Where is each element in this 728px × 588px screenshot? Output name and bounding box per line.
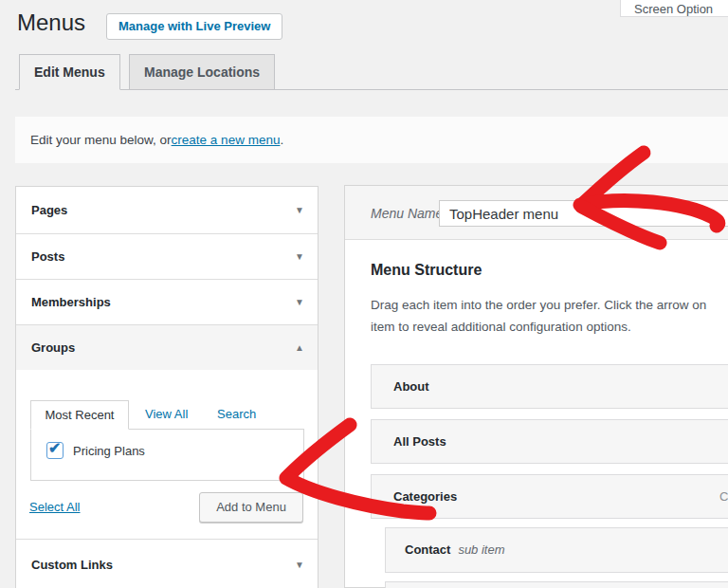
sidebar-item-memberships[interactable]: Memberships ▼ (16, 279, 318, 324)
menu-item-categories[interactable]: Categories C (371, 474, 728, 519)
section-label: Custom Links (31, 558, 113, 572)
tab-manage-locations[interactable]: Manage Locations (129, 54, 275, 90)
sub-item-hint: sub item (458, 542, 504, 557)
sidebar-item-pages[interactable]: Pages ▼ (16, 187, 318, 233)
screen-options-tab[interactable]: Screen Option (620, 0, 728, 17)
menu-name-label: Menu Name (371, 186, 443, 240)
create-new-menu-link[interactable]: create a new menu (172, 133, 281, 147)
screen-options-label: Screen Option (634, 2, 713, 16)
tab-divider (15, 89, 728, 90)
groups-panel: Most Recent View All Search ✔ Pricing Pl… (16, 370, 318, 539)
section-label: Memberships (31, 295, 111, 309)
sidebar-item-posts[interactable]: Posts ▼ (16, 233, 318, 279)
pricing-plans-checkbox[interactable]: ✔ (46, 442, 64, 459)
page-title: Menus (17, 9, 85, 36)
description-line: Drag each item into the order you prefer… (371, 294, 706, 316)
menu-item-label: All Posts (372, 434, 446, 449)
chevron-down-icon[interactable]: ▼ (295, 297, 304, 307)
add-to-menu-button[interactable]: Add to Menu (199, 492, 303, 523)
chevron-down-icon[interactable]: ▼ (295, 251, 304, 262)
checkbox-label[interactable]: Pricing Plans (73, 444, 145, 458)
chevron-down-icon[interactable]: ▼ (295, 205, 304, 215)
tab-view-all[interactable]: View All (145, 407, 188, 421)
add-menu-items-sidebar: Pages ▼ Posts ▼ Memberships ▼ Groups ▲ M… (15, 186, 318, 588)
menu-item-all-posts[interactable]: All Posts (371, 419, 728, 464)
edit-menu-notice: Edit your menu below, or create a new me… (15, 117, 728, 163)
menu-structure-description: Drag each item into the order you prefer… (371, 294, 706, 338)
tab-edit-menus[interactable]: Edit Menus (19, 54, 120, 90)
sidebar-item-custom-links[interactable]: Custom Links ▼ (16, 539, 318, 588)
manage-live-preview-button[interactable]: Manage with Live Preview (106, 13, 282, 40)
menu-editor-panel: Menu Name Menu Structure Drag each item … (344, 185, 728, 588)
menu-name-header: Menu Name (345, 186, 728, 240)
menu-item-type-label: C (719, 475, 728, 518)
chevron-up-icon[interactable]: ▲ (295, 342, 304, 353)
select-all-link[interactable]: Select All (29, 500, 80, 514)
notice-text-end: . (280, 133, 283, 147)
menu-structure-heading: Menu Structure (371, 262, 482, 279)
checkmark-icon: ✔ (48, 439, 61, 457)
menu-item-label: Contact (386, 542, 450, 557)
section-label: Groups (31, 340, 75, 355)
list-item-pricing-plans: ✔ Pricing Plans (46, 442, 145, 459)
menu-item-label: About (372, 379, 429, 394)
description-line: item to reveal additional configuration … (371, 316, 706, 338)
chevron-down-icon[interactable]: ▼ (295, 560, 304, 570)
menu-item-about[interactable]: About (371, 364, 728, 409)
tab-most-recent[interactable]: Most Recent (30, 400, 129, 430)
sidebar-item-groups[interactable]: Groups ▲ (16, 324, 318, 370)
menu-item-partial[interactable] (385, 581, 728, 588)
menu-item-label: Categories (372, 489, 457, 504)
section-label: Posts (31, 249, 64, 264)
tab-search[interactable]: Search (217, 407, 256, 421)
menu-item-contact[interactable]: Contactsub item (385, 527, 728, 573)
section-label: Pages (31, 203, 67, 217)
notice-text: Edit your menu below, or (30, 133, 172, 147)
group-items-box: ✔ Pricing Plans (30, 429, 304, 481)
menu-name-input[interactable] (439, 200, 728, 227)
